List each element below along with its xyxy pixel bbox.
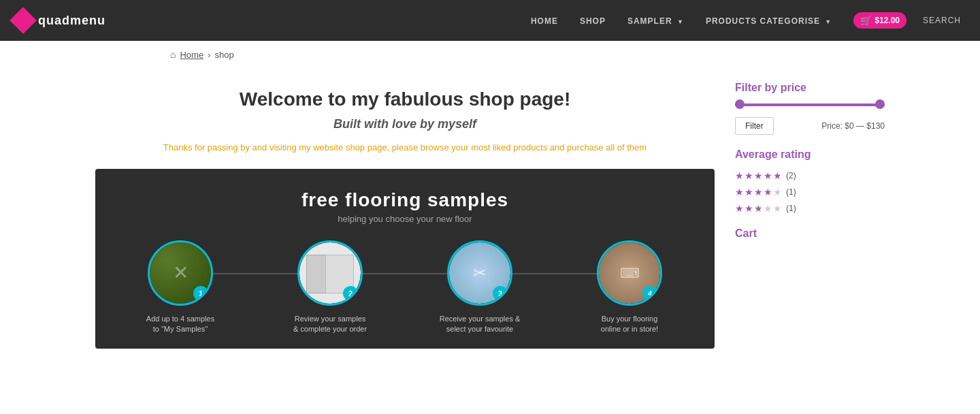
step-3-label: Receive your samples &select your favour…: [440, 314, 521, 335]
rating-count-5: (2): [786, 171, 796, 180]
flooring-title: free flooring samples: [109, 189, 701, 211]
star-5: ★: [773, 170, 782, 181]
filter-by-price-title: Filter by price: [735, 82, 885, 94]
page-wrapper: Welcome to my fabulous shop page! Built …: [82, 68, 898, 349]
price-slider-container: Filter Price: $0 — $130: [735, 104, 885, 135]
shop-subheading: Built with love by myself: [95, 117, 715, 131]
main-content: Welcome to my fabulous shop page! Built …: [95, 68, 715, 349]
stars-3: ★ ★ ★ ★ ★: [735, 203, 782, 214]
sampler-dropdown-arrow: ▼: [677, 18, 684, 25]
rating-row-5[interactable]: ★ ★ ★ ★ ★ (2): [735, 170, 885, 181]
shop-heading: Welcome to my fabulous shop page!: [95, 89, 715, 110]
flooring-subtitle: helping you choose your new floor: [109, 214, 701, 224]
star-4: ★: [764, 170, 772, 181]
step-4-label: Buy your flooringonline or in store!: [601, 314, 658, 335]
star-1: ★: [735, 170, 744, 181]
nav-products-categorise[interactable]: PRODUCTS CATEGORISE ▼: [695, 14, 843, 27]
search-link[interactable]: SEARCH: [917, 16, 966, 25]
logo-text: quadmenu: [38, 14, 105, 28]
star-3: ★: [754, 187, 763, 197]
breadcrumb: ⌂ Home › shop: [0, 41, 980, 68]
step-2-number: 2: [343, 286, 358, 301]
products-dropdown-arrow: ▼: [825, 18, 832, 25]
star-4-empty: ★: [764, 203, 772, 214]
flooring-step-1: 1 Add up to 4 samplesto "My Samples": [126, 240, 235, 335]
star-1: ★: [735, 203, 744, 214]
step-4-number: 4: [642, 286, 657, 301]
nav-shop[interactable]: SHOP: [569, 14, 617, 27]
price-slider-track[interactable]: [735, 104, 885, 106]
star-2: ★: [745, 170, 753, 181]
price-filter-row: Filter Price: $0 — $130: [735, 117, 885, 135]
rating-row-3[interactable]: ★ ★ ★ ★ ★ (1): [735, 203, 885, 214]
breadcrumb-separator: ›: [208, 50, 210, 60]
price-range-label: Price: $0 — $130: [821, 121, 885, 131]
stars-5: ★ ★ ★ ★ ★: [735, 170, 782, 181]
main-nav: quadmenu HOME SHOP SAMPLER ▼ PRODUCTS CA…: [0, 0, 980, 41]
star-3: ★: [754, 170, 763, 181]
star-5-empty: ★: [773, 203, 782, 214]
star-3: ★: [754, 203, 763, 214]
cart-price: $12.00: [875, 16, 900, 25]
rating-row-4[interactable]: ★ ★ ★ ★ ★ (1): [735, 187, 885, 197]
flooring-step-3: 3 Receive your samples &select your favo…: [425, 240, 534, 335]
breadcrumb-home[interactable]: Home: [180, 50, 203, 60]
star-5-empty: ★: [773, 187, 782, 197]
star-1: ★: [735, 187, 744, 197]
step-1-circle: 1: [148, 240, 213, 306]
step-3-number: 3: [493, 286, 508, 301]
average-rating-section: Average rating ★ ★ ★ ★ ★ (2) ★ ★ ★ ★ ★: [735, 148, 885, 214]
step-3-circle: 3: [447, 240, 512, 306]
step-2-circle: 2: [297, 240, 363, 306]
nav-home[interactable]: HOME: [520, 14, 569, 27]
step-1-number: 1: [193, 286, 208, 301]
logo-icon: [10, 7, 37, 34]
rating-count-4: (1): [786, 187, 796, 197]
star-4: ★: [764, 187, 772, 197]
nav-sampler[interactable]: SAMPLER ▼: [617, 14, 695, 27]
flooring-banner: free flooring samples helping you choose…: [95, 169, 715, 349]
flooring-steps: 1 Add up to 4 samplesto "My Samples" 2 R…: [109, 240, 701, 335]
star-2: ★: [745, 187, 753, 197]
flooring-step-4: 4 Buy your flooringonline or in store!: [575, 240, 684, 335]
average-rating-title: Average rating: [735, 148, 885, 161]
star-2: ★: [745, 203, 753, 214]
stars-4: ★ ★ ★ ★ ★: [735, 187, 782, 197]
step-4-circle: 4: [597, 240, 662, 306]
flooring-step-2: 2 Review your samples& complete your ord…: [276, 240, 385, 335]
home-icon: ⌂: [170, 49, 176, 60]
filter-button[interactable]: Filter: [735, 117, 774, 135]
cart-icon: 🛒: [860, 15, 872, 26]
shop-description: Thanks for passing by and visiting my we…: [95, 141, 715, 155]
breadcrumb-current: shop: [215, 50, 234, 60]
nav-links: HOME SHOP SAMPLER ▼ PRODUCTS CATEGORISE …: [520, 14, 843, 27]
logo[interactable]: quadmenu: [14, 11, 105, 30]
cart-button[interactable]: 🛒 $12.00: [853, 12, 906, 29]
rating-count-3: (1): [786, 204, 796, 213]
step-2-label: Review your samples& complete your order: [293, 314, 367, 335]
cart-title: Cart: [735, 227, 885, 240]
step-1-label: Add up to 4 samplesto "My Samples": [146, 314, 214, 335]
sidebar: Filter by price Filter Price: $0 — $130 …: [735, 68, 885, 349]
